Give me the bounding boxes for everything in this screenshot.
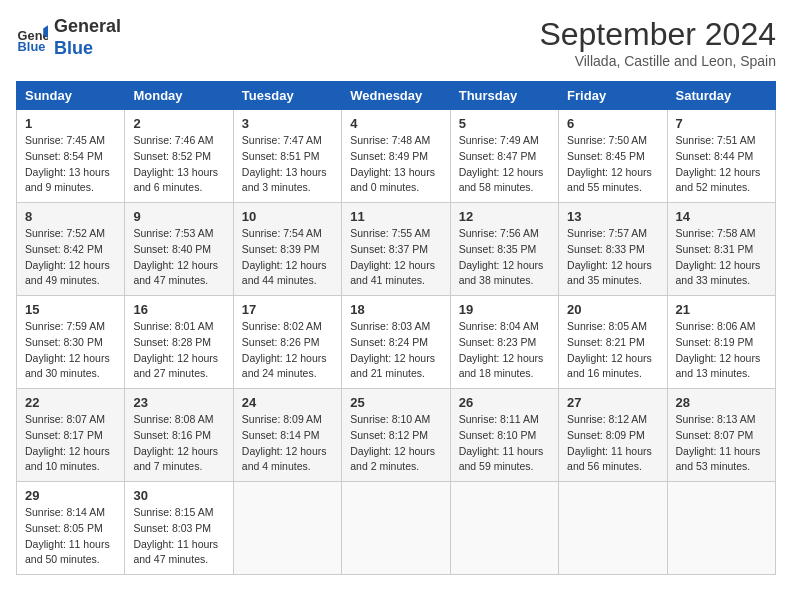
day-number: 15 xyxy=(25,302,116,317)
calendar-cell: 25Sunrise: 8:10 AMSunset: 8:12 PMDayligh… xyxy=(342,389,450,482)
day-number: 9 xyxy=(133,209,224,224)
weekday-saturday: Saturday xyxy=(667,82,775,110)
day-info: Sunrise: 7:48 AMSunset: 8:49 PMDaylight:… xyxy=(350,133,441,196)
day-number: 6 xyxy=(567,116,658,131)
day-number: 16 xyxy=(133,302,224,317)
day-info: Sunrise: 8:09 AMSunset: 8:14 PMDaylight:… xyxy=(242,412,333,475)
calendar-week-1: 1Sunrise: 7:45 AMSunset: 8:54 PMDaylight… xyxy=(17,110,776,203)
calendar-cell: 30Sunrise: 8:15 AMSunset: 8:03 PMDayligh… xyxy=(125,482,233,575)
calendar-cell: 23Sunrise: 8:08 AMSunset: 8:16 PMDayligh… xyxy=(125,389,233,482)
day-number: 29 xyxy=(25,488,116,503)
calendar-cell: 15Sunrise: 7:59 AMSunset: 8:30 PMDayligh… xyxy=(17,296,125,389)
calendar-cell: 13Sunrise: 7:57 AMSunset: 8:33 PMDayligh… xyxy=(559,203,667,296)
day-info: Sunrise: 8:03 AMSunset: 8:24 PMDaylight:… xyxy=(350,319,441,382)
calendar-cell: 26Sunrise: 8:11 AMSunset: 8:10 PMDayligh… xyxy=(450,389,558,482)
day-info: Sunrise: 8:01 AMSunset: 8:28 PMDaylight:… xyxy=(133,319,224,382)
day-info: Sunrise: 7:52 AMSunset: 8:42 PMDaylight:… xyxy=(25,226,116,289)
logo-line2: Blue xyxy=(54,38,121,60)
calendar-cell: 1Sunrise: 7:45 AMSunset: 8:54 PMDaylight… xyxy=(17,110,125,203)
weekday-friday: Friday xyxy=(559,82,667,110)
day-info: Sunrise: 8:02 AMSunset: 8:26 PMDaylight:… xyxy=(242,319,333,382)
day-number: 17 xyxy=(242,302,333,317)
day-number: 26 xyxy=(459,395,550,410)
calendar-cell xyxy=(559,482,667,575)
day-info: Sunrise: 7:46 AMSunset: 8:52 PMDaylight:… xyxy=(133,133,224,196)
weekday-monday: Monday xyxy=(125,82,233,110)
weekday-thursday: Thursday xyxy=(450,82,558,110)
calendar-week-3: 15Sunrise: 7:59 AMSunset: 8:30 PMDayligh… xyxy=(17,296,776,389)
calendar-body: 1Sunrise: 7:45 AMSunset: 8:54 PMDaylight… xyxy=(17,110,776,575)
day-info: Sunrise: 7:47 AMSunset: 8:51 PMDaylight:… xyxy=(242,133,333,196)
calendar-cell: 11Sunrise: 7:55 AMSunset: 8:37 PMDayligh… xyxy=(342,203,450,296)
logo-line1: General xyxy=(54,16,121,38)
calendar-cell: 4Sunrise: 7:48 AMSunset: 8:49 PMDaylight… xyxy=(342,110,450,203)
day-number: 22 xyxy=(25,395,116,410)
calendar-week-5: 29Sunrise: 8:14 AMSunset: 8:05 PMDayligh… xyxy=(17,482,776,575)
calendar-cell: 18Sunrise: 8:03 AMSunset: 8:24 PMDayligh… xyxy=(342,296,450,389)
day-info: Sunrise: 7:45 AMSunset: 8:54 PMDaylight:… xyxy=(25,133,116,196)
calendar-cell: 8Sunrise: 7:52 AMSunset: 8:42 PMDaylight… xyxy=(17,203,125,296)
day-info: Sunrise: 7:54 AMSunset: 8:39 PMDaylight:… xyxy=(242,226,333,289)
calendar-cell: 16Sunrise: 8:01 AMSunset: 8:28 PMDayligh… xyxy=(125,296,233,389)
calendar-cell: 5Sunrise: 7:49 AMSunset: 8:47 PMDaylight… xyxy=(450,110,558,203)
day-number: 19 xyxy=(459,302,550,317)
day-info: Sunrise: 8:04 AMSunset: 8:23 PMDaylight:… xyxy=(459,319,550,382)
calendar-cell: 28Sunrise: 8:13 AMSunset: 8:07 PMDayligh… xyxy=(667,389,775,482)
calendar-week-2: 8Sunrise: 7:52 AMSunset: 8:42 PMDaylight… xyxy=(17,203,776,296)
weekday-sunday: Sunday xyxy=(17,82,125,110)
day-info: Sunrise: 8:15 AMSunset: 8:03 PMDaylight:… xyxy=(133,505,224,568)
day-number: 1 xyxy=(25,116,116,131)
day-number: 12 xyxy=(459,209,550,224)
calendar-cell: 3Sunrise: 7:47 AMSunset: 8:51 PMDaylight… xyxy=(233,110,341,203)
day-info: Sunrise: 8:13 AMSunset: 8:07 PMDaylight:… xyxy=(676,412,767,475)
day-info: Sunrise: 7:53 AMSunset: 8:40 PMDaylight:… xyxy=(133,226,224,289)
weekday-tuesday: Tuesday xyxy=(233,82,341,110)
svg-text:Blue: Blue xyxy=(18,38,46,53)
day-number: 18 xyxy=(350,302,441,317)
day-info: Sunrise: 7:57 AMSunset: 8:33 PMDaylight:… xyxy=(567,226,658,289)
calendar-cell: 14Sunrise: 7:58 AMSunset: 8:31 PMDayligh… xyxy=(667,203,775,296)
calendar-cell xyxy=(667,482,775,575)
day-info: Sunrise: 7:50 AMSunset: 8:45 PMDaylight:… xyxy=(567,133,658,196)
calendar-cell: 12Sunrise: 7:56 AMSunset: 8:35 PMDayligh… xyxy=(450,203,558,296)
day-info: Sunrise: 8:12 AMSunset: 8:09 PMDaylight:… xyxy=(567,412,658,475)
day-number: 13 xyxy=(567,209,658,224)
day-info: Sunrise: 7:59 AMSunset: 8:30 PMDaylight:… xyxy=(25,319,116,382)
day-number: 2 xyxy=(133,116,224,131)
day-number: 8 xyxy=(25,209,116,224)
calendar-cell xyxy=(342,482,450,575)
calendar-cell: 24Sunrise: 8:09 AMSunset: 8:14 PMDayligh… xyxy=(233,389,341,482)
day-number: 24 xyxy=(242,395,333,410)
day-number: 25 xyxy=(350,395,441,410)
day-info: Sunrise: 8:07 AMSunset: 8:17 PMDaylight:… xyxy=(25,412,116,475)
logo-icon: General Blue xyxy=(16,22,48,54)
day-number: 23 xyxy=(133,395,224,410)
day-number: 21 xyxy=(676,302,767,317)
calendar-cell: 27Sunrise: 8:12 AMSunset: 8:09 PMDayligh… xyxy=(559,389,667,482)
calendar-cell xyxy=(233,482,341,575)
calendar-cell: 10Sunrise: 7:54 AMSunset: 8:39 PMDayligh… xyxy=(233,203,341,296)
day-info: Sunrise: 7:56 AMSunset: 8:35 PMDaylight:… xyxy=(459,226,550,289)
day-info: Sunrise: 8:11 AMSunset: 8:10 PMDaylight:… xyxy=(459,412,550,475)
calendar-cell: 17Sunrise: 8:02 AMSunset: 8:26 PMDayligh… xyxy=(233,296,341,389)
calendar-cell: 20Sunrise: 8:05 AMSunset: 8:21 PMDayligh… xyxy=(559,296,667,389)
calendar-cell: 29Sunrise: 8:14 AMSunset: 8:05 PMDayligh… xyxy=(17,482,125,575)
weekday-header-row: SundayMondayTuesdayWednesdayThursdayFrid… xyxy=(17,82,776,110)
weekday-wednesday: Wednesday xyxy=(342,82,450,110)
day-info: Sunrise: 8:06 AMSunset: 8:19 PMDaylight:… xyxy=(676,319,767,382)
day-info: Sunrise: 7:51 AMSunset: 8:44 PMDaylight:… xyxy=(676,133,767,196)
day-info: Sunrise: 7:55 AMSunset: 8:37 PMDaylight:… xyxy=(350,226,441,289)
day-number: 14 xyxy=(676,209,767,224)
calendar-cell: 22Sunrise: 8:07 AMSunset: 8:17 PMDayligh… xyxy=(17,389,125,482)
day-info: Sunrise: 8:05 AMSunset: 8:21 PMDaylight:… xyxy=(567,319,658,382)
day-info: Sunrise: 8:14 AMSunset: 8:05 PMDaylight:… xyxy=(25,505,116,568)
day-number: 20 xyxy=(567,302,658,317)
calendar-cell: 7Sunrise: 7:51 AMSunset: 8:44 PMDaylight… xyxy=(667,110,775,203)
calendar-cell: 9Sunrise: 7:53 AMSunset: 8:40 PMDaylight… xyxy=(125,203,233,296)
day-number: 7 xyxy=(676,116,767,131)
page-header: General Blue General Blue September 2024… xyxy=(16,16,776,69)
day-number: 11 xyxy=(350,209,441,224)
calendar-week-4: 22Sunrise: 8:07 AMSunset: 8:17 PMDayligh… xyxy=(17,389,776,482)
day-info: Sunrise: 7:58 AMSunset: 8:31 PMDaylight:… xyxy=(676,226,767,289)
calendar-cell: 6Sunrise: 7:50 AMSunset: 8:45 PMDaylight… xyxy=(559,110,667,203)
